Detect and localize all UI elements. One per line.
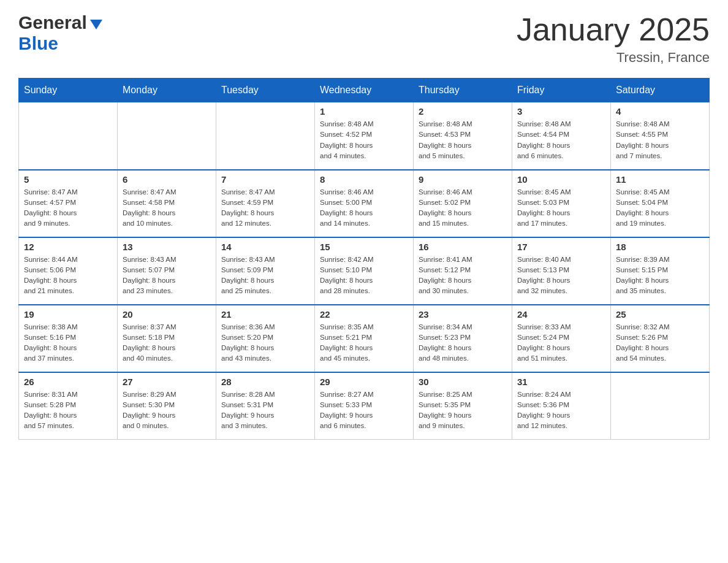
day-number: 17 [517, 242, 605, 252]
day-info: Sunrise: 8:31 AMSunset: 5:28 PMDaylight:… [24, 389, 112, 432]
day-number: 20 [123, 309, 211, 320]
calendar-day-19: 19Sunrise: 8:38 AMSunset: 5:16 PMDayligh… [19, 305, 118, 372]
calendar-day-9: 9Sunrise: 8:46 AMSunset: 5:02 PMDaylight… [414, 170, 512, 237]
calendar-empty-cell [118, 102, 216, 170]
day-info: Sunrise: 8:24 AMSunset: 5:36 PMDaylight:… [517, 389, 605, 432]
day-info: Sunrise: 8:33 AMSunset: 5:24 PMDaylight:… [517, 322, 605, 364]
day-info: Sunrise: 8:43 AMSunset: 5:07 PMDaylight:… [123, 255, 211, 297]
day-number: 4 [616, 106, 704, 117]
day-number: 7 [221, 174, 309, 185]
day-info: Sunrise: 8:39 AMSunset: 5:15 PMDaylight:… [616, 255, 704, 297]
day-number: 16 [419, 242, 507, 252]
calendar-header-wednesday: Wednesday [315, 79, 414, 102]
day-info: Sunrise: 8:28 AMSunset: 5:31 PMDaylight:… [221, 389, 309, 432]
day-number: 11 [616, 174, 704, 185]
calendar-day-13: 13Sunrise: 8:43 AMSunset: 5:07 PMDayligh… [118, 237, 216, 305]
calendar-day-6: 6Sunrise: 8:47 AMSunset: 4:58 PMDaylight… [118, 170, 216, 237]
calendar-week-3: 12Sunrise: 8:44 AMSunset: 5:06 PMDayligh… [19, 237, 710, 305]
day-info: Sunrise: 8:41 AMSunset: 5:12 PMDaylight:… [419, 255, 507, 297]
calendar-header-row: SundayMondayTuesdayWednesdayThursdayFrid… [19, 79, 710, 102]
calendar-day-14: 14Sunrise: 8:43 AMSunset: 5:09 PMDayligh… [216, 237, 315, 305]
calendar-day-29: 29Sunrise: 8:27 AMSunset: 5:33 PMDayligh… [315, 372, 414, 440]
calendar-day-25: 25Sunrise: 8:32 AMSunset: 5:26 PMDayligh… [611, 305, 710, 372]
calendar-empty-cell [19, 102, 118, 170]
day-number: 23 [419, 309, 507, 320]
day-info: Sunrise: 8:43 AMSunset: 5:09 PMDaylight:… [221, 255, 309, 297]
calendar-day-17: 17Sunrise: 8:40 AMSunset: 5:13 PMDayligh… [512, 237, 611, 305]
title-section: January 2025 Tressin, France [517, 12, 710, 66]
calendar-day-5: 5Sunrise: 8:47 AMSunset: 4:57 PMDaylight… [19, 170, 118, 237]
day-number: 8 [320, 174, 408, 185]
month-title: January 2025 [517, 12, 710, 47]
calendar-header-monday: Monday [118, 79, 216, 102]
day-number: 3 [517, 106, 605, 117]
calendar-day-18: 18Sunrise: 8:39 AMSunset: 5:15 PMDayligh… [611, 237, 710, 305]
day-info: Sunrise: 8:47 AMSunset: 4:59 PMDaylight:… [221, 187, 309, 229]
calendar-header-sunday: Sunday [19, 79, 118, 102]
calendar-day-15: 15Sunrise: 8:42 AMSunset: 5:10 PMDayligh… [315, 237, 414, 305]
location: Tressin, France [517, 50, 710, 66]
day-info: Sunrise: 8:36 AMSunset: 5:20 PMDaylight:… [221, 322, 309, 364]
calendar-day-23: 23Sunrise: 8:34 AMSunset: 5:23 PMDayligh… [414, 305, 512, 372]
day-info: Sunrise: 8:25 AMSunset: 5:35 PMDaylight:… [419, 389, 507, 432]
day-number: 28 [221, 377, 309, 387]
day-number: 21 [221, 309, 309, 320]
calendar-day-1: 1Sunrise: 8:48 AMSunset: 4:52 PMDaylight… [315, 102, 414, 170]
calendar-day-10: 10Sunrise: 8:45 AMSunset: 5:03 PMDayligh… [512, 170, 611, 237]
calendar-table: SundayMondayTuesdayWednesdayThursdayFrid… [18, 78, 710, 440]
calendar-day-8: 8Sunrise: 8:46 AMSunset: 5:00 PMDaylight… [315, 170, 414, 237]
day-number: 24 [517, 309, 605, 320]
logo: General Blue [18, 12, 102, 54]
day-number: 31 [517, 377, 605, 387]
calendar-day-26: 26Sunrise: 8:31 AMSunset: 5:28 PMDayligh… [19, 372, 118, 440]
day-info: Sunrise: 8:44 AMSunset: 5:06 PMDaylight:… [24, 255, 112, 297]
day-number: 19 [24, 309, 112, 320]
day-number: 2 [419, 106, 507, 117]
calendar-day-4: 4Sunrise: 8:48 AMSunset: 4:55 PMDaylight… [611, 102, 710, 170]
day-info: Sunrise: 8:37 AMSunset: 5:18 PMDaylight:… [123, 322, 211, 364]
calendar-day-11: 11Sunrise: 8:45 AMSunset: 5:04 PMDayligh… [611, 170, 710, 237]
day-info: Sunrise: 8:47 AMSunset: 4:57 PMDaylight:… [24, 187, 112, 229]
calendar-week-4: 19Sunrise: 8:38 AMSunset: 5:16 PMDayligh… [19, 305, 710, 372]
calendar-day-16: 16Sunrise: 8:41 AMSunset: 5:12 PMDayligh… [414, 237, 512, 305]
day-number: 10 [517, 174, 605, 185]
day-info: Sunrise: 8:34 AMSunset: 5:23 PMDaylight:… [419, 322, 507, 364]
day-number: 29 [320, 377, 408, 387]
calendar-week-2: 5Sunrise: 8:47 AMSunset: 4:57 PMDaylight… [19, 170, 710, 237]
calendar-header-friday: Friday [512, 79, 611, 102]
calendar-day-2: 2Sunrise: 8:48 AMSunset: 4:53 PMDaylight… [414, 102, 512, 170]
calendar-day-24: 24Sunrise: 8:33 AMSunset: 5:24 PMDayligh… [512, 305, 611, 372]
calendar-day-7: 7Sunrise: 8:47 AMSunset: 4:59 PMDaylight… [216, 170, 315, 237]
day-number: 26 [24, 377, 112, 387]
day-number: 22 [320, 309, 408, 320]
day-info: Sunrise: 8:46 AMSunset: 5:02 PMDaylight:… [419, 187, 507, 229]
calendar-day-3: 3Sunrise: 8:48 AMSunset: 4:54 PMDaylight… [512, 102, 611, 170]
day-info: Sunrise: 8:48 AMSunset: 4:53 PMDaylight:… [419, 119, 507, 161]
day-info: Sunrise: 8:45 AMSunset: 5:04 PMDaylight:… [616, 187, 704, 229]
logo-blue-text: Blue [18, 33, 58, 53]
day-info: Sunrise: 8:27 AMSunset: 5:33 PMDaylight:… [320, 389, 408, 432]
day-info: Sunrise: 8:38 AMSunset: 5:16 PMDaylight:… [24, 322, 112, 364]
logo-triangle-icon [90, 20, 102, 29]
calendar-header-thursday: Thursday [414, 79, 512, 102]
day-info: Sunrise: 8:48 AMSunset: 4:52 PMDaylight:… [320, 119, 408, 161]
calendar-day-21: 21Sunrise: 8:36 AMSunset: 5:20 PMDayligh… [216, 305, 315, 372]
day-info: Sunrise: 8:35 AMSunset: 5:21 PMDaylight:… [320, 322, 408, 364]
day-number: 18 [616, 242, 704, 252]
day-info: Sunrise: 8:42 AMSunset: 5:10 PMDaylight:… [320, 255, 408, 297]
calendar-day-27: 27Sunrise: 8:29 AMSunset: 5:30 PMDayligh… [118, 372, 216, 440]
day-number: 30 [419, 377, 507, 387]
day-number: 6 [123, 174, 211, 185]
calendar-header-tuesday: Tuesday [216, 79, 315, 102]
calendar-empty-cell [611, 372, 710, 440]
day-number: 25 [616, 309, 704, 320]
calendar-day-30: 30Sunrise: 8:25 AMSunset: 5:35 PMDayligh… [414, 372, 512, 440]
calendar-week-1: 1Sunrise: 8:48 AMSunset: 4:52 PMDaylight… [19, 102, 710, 170]
day-info: Sunrise: 8:46 AMSunset: 5:00 PMDaylight:… [320, 187, 408, 229]
day-info: Sunrise: 8:40 AMSunset: 5:13 PMDaylight:… [517, 255, 605, 297]
calendar-day-20: 20Sunrise: 8:37 AMSunset: 5:18 PMDayligh… [118, 305, 216, 372]
calendar-day-12: 12Sunrise: 8:44 AMSunset: 5:06 PMDayligh… [19, 237, 118, 305]
calendar-header-saturday: Saturday [611, 79, 710, 102]
calendar-day-31: 31Sunrise: 8:24 AMSunset: 5:36 PMDayligh… [512, 372, 611, 440]
day-info: Sunrise: 8:45 AMSunset: 5:03 PMDaylight:… [517, 187, 605, 229]
